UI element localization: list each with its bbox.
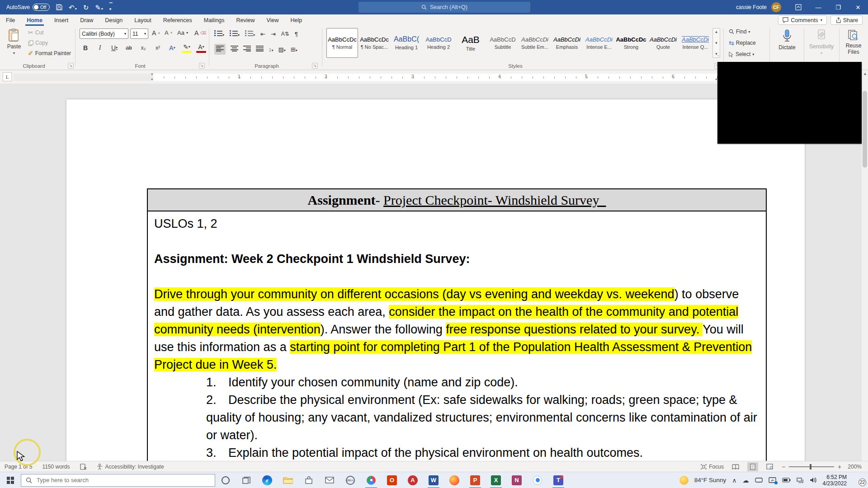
onedrive-cloud-icon[interactable]: ☁	[743, 477, 749, 484]
tray-expand-icon[interactable]: ∧	[732, 477, 736, 484]
document-page[interactable]: Assignment- Project Checkpoint- Windshie…	[66, 99, 805, 461]
tab-insert[interactable]: Insert	[48, 14, 74, 26]
style-title[interactable]: AaBTitle	[455, 28, 486, 58]
find-button[interactable]: Find▾	[729, 28, 750, 35]
replace-button[interactable]: ⇆ Replace	[729, 40, 756, 46]
style-emphasis[interactable]: AaBbCcDiEmphasis	[551, 28, 583, 58]
tab-references[interactable]: References	[157, 14, 198, 26]
acrobat-icon[interactable]: A	[402, 472, 423, 488]
clear-formatting-icon[interactable]: A⌫	[194, 29, 206, 37]
tab-home[interactable]: Home	[21, 14, 48, 26]
shading-icon[interactable]: ▨▾	[278, 46, 286, 53]
web-layout-icon[interactable]	[764, 462, 775, 471]
tab-design[interactable]: Design	[99, 14, 128, 26]
edge-icon[interactable]: e	[257, 472, 278, 488]
start-button[interactable]	[0, 472, 21, 488]
taskbar-search[interactable]	[21, 474, 215, 487]
weather-sun-icon[interactable]	[679, 476, 689, 485]
redo-icon[interactable]: ↻	[83, 4, 89, 11]
cut-button[interactable]: ✂Cut	[28, 29, 43, 36]
chrome-icon[interactable]	[361, 472, 382, 488]
teams-icon[interactable]: T	[548, 472, 569, 488]
align-center-icon[interactable]	[231, 46, 238, 53]
bullets-icon[interactable]: ▾	[214, 30, 224, 38]
style-normal[interactable]: AaBbCcDc¶ Normal	[326, 28, 358, 58]
tab-mailings[interactable]: Mailings	[198, 14, 231, 26]
table-header-cell[interactable]: Assignment- Project Checkpoint- Windshie…	[147, 188, 767, 211]
shrink-font-icon[interactable]: A˅	[165, 29, 172, 36]
tab-file[interactable]: File	[0, 14, 21, 26]
user-name[interactable]: cassie Foote	[736, 4, 767, 10]
subscript-icon[interactable]: x₂	[138, 43, 148, 53]
multilevel-list-icon[interactable]: ▾	[245, 30, 255, 38]
font-dialog-launcher-icon[interactable]: ↘	[199, 63, 205, 69]
grow-font-icon[interactable]: A˄	[152, 29, 160, 37]
accessibility-status[interactable]: Accessibility: Investigate	[97, 464, 164, 470]
excel-icon[interactable]: X	[486, 472, 506, 488]
text-effects-icon[interactable]: A▾	[167, 43, 177, 53]
copy-button[interactable]: Copy	[28, 40, 48, 46]
gallery-more-icon[interactable]: ▼̲	[715, 52, 718, 56]
italic-icon[interactable]: I	[95, 43, 105, 53]
select-button[interactable]: Select▾	[729, 51, 754, 57]
font-color-icon[interactable]: A▾	[196, 43, 206, 53]
zoom-in-icon[interactable]: +	[838, 463, 841, 470]
numbering-icon[interactable]: ▾	[230, 30, 240, 38]
justify-icon[interactable]	[256, 46, 264, 53]
tab-stop-selector[interactable]: L	[3, 72, 12, 81]
scroll-up-icon[interactable]: ▲	[863, 71, 867, 76]
zoom-level[interactable]: 200%	[848, 464, 862, 470]
clock[interactable]: 6:52 PM 4/23/2022	[823, 474, 847, 487]
autosave-control[interactable]: AutoSave Off	[6, 4, 50, 11]
superscript-icon[interactable]: x²	[153, 43, 163, 53]
task-view-icon[interactable]	[236, 472, 257, 488]
weather-text[interactable]: 84°F Sunny	[694, 477, 726, 483]
reuse-files-button[interactable]: ReuseFiles	[841, 29, 866, 55]
avatar[interactable]: CF	[771, 2, 781, 12]
line-spacing-icon[interactable]: ↕▾	[269, 46, 274, 53]
undo-icon[interactable]: ↶▾	[69, 4, 77, 11]
styles-gallery-scroll[interactable]: ▲ ▼ ▼̲	[712, 28, 720, 58]
font-size-select[interactable]: 11▾	[130, 28, 148, 39]
tab-help[interactable]: Help	[284, 14, 308, 26]
tab-review[interactable]: Review	[231, 14, 261, 26]
dell-icon[interactable]: DELL	[340, 472, 361, 488]
bold-icon[interactable]: B	[80, 43, 90, 53]
proofing-icon[interactable]	[80, 464, 87, 470]
style-no-spacing[interactable]: AaBbCcDc¶ No Spac...	[359, 28, 390, 58]
style-heading-2[interactable]: AaBbCcDHeading 2	[423, 28, 454, 58]
network-icon[interactable]	[797, 477, 804, 483]
style-subtitle[interactable]: AaBbCcDSubtitle	[487, 28, 519, 58]
tab-view[interactable]: View	[261, 14, 285, 26]
zoom-icon[interactable]	[527, 472, 548, 488]
word-count[interactable]: 1150 words	[42, 464, 70, 470]
minimize-button[interactable]: —	[808, 0, 828, 14]
display-icon[interactable]	[755, 477, 763, 483]
taskbar-search-input[interactable]	[36, 476, 198, 484]
powerpoint-icon[interactable]: P	[465, 472, 486, 488]
align-right-icon[interactable]	[243, 46, 251, 53]
pen-icon[interactable]: ✎▾	[95, 4, 103, 11]
file-explorer-icon[interactable]	[278, 472, 298, 488]
autosave-toggle[interactable]: Off	[33, 4, 50, 11]
dictate-button[interactable]: Dictate	[774, 29, 800, 51]
vertical-scrollbar[interactable]	[862, 70, 868, 461]
borders-icon[interactable]: ⊞▾	[291, 46, 297, 53]
gallery-down-icon[interactable]: ▼	[715, 41, 718, 45]
change-case-icon[interactable]: Aa▾	[177, 29, 188, 36]
notification-center-icon[interactable]: 22	[853, 475, 864, 485]
cortana-icon[interactable]	[215, 472, 236, 488]
read-mode-icon[interactable]	[730, 462, 741, 471]
right-indent-marker[interactable]: ▴	[715, 77, 717, 81]
first-line-indent-marker[interactable]: ▾	[151, 72, 153, 76]
font-family-select[interactable]: Calibri (Body)▾	[80, 28, 128, 39]
paragraph-dialog-launcher-icon[interactable]: ↘	[312, 63, 318, 69]
tab-draw[interactable]: Draw	[74, 14, 99, 26]
strikethrough-icon[interactable]: ab	[124, 43, 134, 53]
ribbon-display-options-icon[interactable]	[788, 0, 808, 14]
comments-button[interactable]: Comments ▾	[778, 15, 826, 25]
volume-icon[interactable]	[810, 477, 817, 483]
customize-qat-icon[interactable]: ▔▾	[109, 3, 113, 11]
tab-layout[interactable]: Layout	[128, 14, 157, 26]
zoom-out-icon[interactable]: −	[782, 463, 785, 470]
